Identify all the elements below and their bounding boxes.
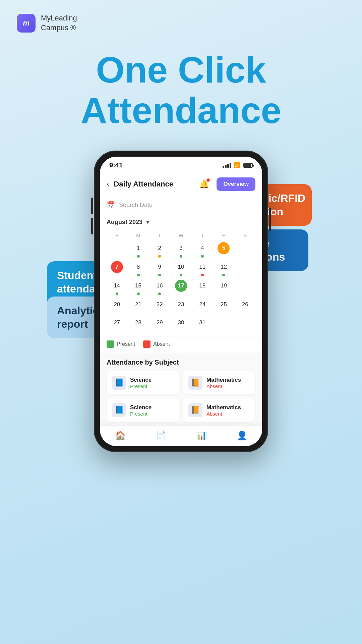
by-subject-title: Attendance by Subject (107, 359, 255, 366)
subject-name: Mathematics (206, 404, 241, 411)
month-row: August 2023 ▼ (107, 219, 255, 226)
cal-cell-14[interactable]: 14 (107, 278, 127, 297)
status-icons: 📶 (223, 162, 253, 168)
cal-cell-23[interactable]: 23 (171, 297, 191, 315)
nav-analytics[interactable]: 📊 (196, 430, 207, 441)
subject-book-icon: 📙 (188, 376, 202, 390)
cal-cell-17[interactable]: 17 (171, 278, 191, 297)
subject-book-icon: 📙 (188, 403, 202, 417)
cal-cell-30[interactable]: 30 (171, 315, 191, 333)
subject-card-science-2[interactable]: 📘 Science Present (107, 398, 179, 422)
cal-cell-25[interactable]: 25 (214, 297, 234, 315)
legend-absent: Absent (143, 340, 170, 348)
cal-cell-1[interactable]: 1 (128, 241, 149, 259)
cal-cell-10[interactable]: 10 (171, 260, 191, 278)
calendar-grid: S M T W T F S 1 2 (107, 230, 255, 333)
subject-status: Absent (206, 383, 241, 389)
subject-card-science-1[interactable]: 📘 Science Present (107, 371, 179, 394)
cal-cell-7[interactable]: 7 (107, 260, 127, 278)
cal-cell-27[interactable]: 27 (107, 315, 127, 333)
subject-book-icon: 📘 (112, 403, 126, 417)
cal-cell (235, 241, 255, 259)
by-subject-section: Attendance by Subject 📘 Science Present … (100, 353, 262, 422)
cal-cell-11[interactable]: 11 (192, 260, 213, 278)
cal-cell (235, 315, 255, 333)
subject-card-math-1[interactable]: 📙 Mathematics Absent (183, 371, 255, 394)
phone-screen: 9:41 📶 ‹ Daily Attendanc (100, 157, 262, 446)
app-topbar: ‹ Daily Attendance 🔔 Overview (100, 171, 262, 196)
subject-info: Mathematics Absent (206, 377, 241, 389)
cal-cell-5[interactable]: 5 (214, 241, 234, 259)
cal-cell-31[interactable]: 31 (192, 315, 213, 333)
cal-cell-15[interactable]: 15 (128, 278, 149, 297)
logo-icon: m (17, 14, 36, 33)
legend-row: Present Absent (100, 336, 262, 353)
day-header-mon: M (128, 230, 149, 240)
subject-status: Present (130, 383, 152, 389)
day-header-tue: T (149, 230, 170, 240)
subject-card-math-2[interactable]: 📙 Mathematics Absent (183, 398, 255, 422)
subject-grid: 📘 Science Present 📙 Mathematics Absent (107, 371, 255, 422)
day-header-thu: T (192, 230, 213, 240)
legend-present: Present (107, 340, 135, 348)
day-header-sun: S (107, 230, 127, 240)
bell-badge (206, 178, 210, 182)
profile-icon: 👤 (237, 430, 247, 441)
home-icon: 🏠 (115, 430, 126, 441)
cal-cell-29[interactable]: 29 (149, 315, 170, 333)
subject-name: Mathematics (206, 377, 241, 383)
search-date-row[interactable]: 📅 Search Date (100, 196, 262, 214)
back-button[interactable]: ‹ (107, 180, 109, 189)
search-date-input[interactable]: Search Date (119, 202, 153, 209)
status-time: 9:41 (109, 161, 123, 169)
logo-text: MyLeading Campus ® (41, 13, 77, 33)
present-label: Present (117, 341, 135, 347)
notification-bell[interactable]: 🔔 (196, 176, 212, 192)
cal-cell (235, 260, 255, 278)
present-color-box (107, 340, 114, 348)
app-title: Daily Attendance (114, 180, 196, 189)
cal-cell-19[interactable]: 19 (214, 278, 234, 297)
cal-cell-20[interactable]: 20 (107, 297, 127, 315)
overview-button[interactable]: Overview (217, 177, 255, 191)
subject-book-icon: 📘 (112, 376, 126, 390)
vol-up-btn (91, 198, 93, 214)
nav-profile[interactable]: 👤 (237, 430, 247, 441)
battery-icon (243, 163, 253, 168)
status-bar: 9:41 📶 (100, 157, 262, 171)
cal-cell-12[interactable]: 12 (214, 260, 234, 278)
power-btn (269, 208, 271, 231)
chart-icon: 📊 (196, 430, 207, 441)
cal-cell-8[interactable]: 8 (128, 260, 149, 278)
cal-cell-4[interactable]: 4 (192, 241, 213, 259)
document-icon: 📄 (156, 430, 166, 441)
hero-title: One Click Attendance (0, 39, 362, 151)
cal-cell-21[interactable]: 21 (128, 297, 149, 315)
subject-status: Present (130, 411, 152, 417)
vol-down-btn (91, 218, 93, 234)
cal-cell-22[interactable]: 22 (149, 297, 170, 315)
cal-cell-18[interactable]: 18 (192, 278, 213, 297)
logo-area: m MyLeading Campus ® (0, 0, 362, 39)
bottom-nav: 🏠 📄 📊 👤 (100, 425, 262, 446)
month-label: August 2023 (107, 219, 142, 226)
month-dropdown-arrow[interactable]: ▼ (145, 219, 150, 225)
cal-cell-9[interactable]: 9 (149, 260, 170, 278)
cal-cell (107, 241, 127, 259)
nav-home[interactable]: 🏠 (115, 430, 126, 441)
absent-label: Absent (153, 341, 170, 347)
subject-info: Science Present (130, 404, 152, 417)
subject-info: Science Present (130, 377, 152, 389)
subject-status: Absent (206, 411, 241, 417)
cal-cell-2[interactable]: 2 (149, 241, 170, 259)
calendar-icon: 📅 (107, 201, 115, 209)
phone-wrapper: Biometric/RFID integration Student atten… (64, 151, 298, 452)
cal-cell-24[interactable]: 24 (192, 297, 213, 315)
wifi-icon: 📶 (234, 162, 241, 168)
nav-documents[interactable]: 📄 (156, 430, 166, 441)
cal-cell-28[interactable]: 28 (128, 315, 149, 333)
cal-cell-16[interactable]: 16 (149, 278, 170, 297)
cal-cell-3[interactable]: 3 (171, 241, 191, 259)
subject-name: Science (130, 404, 152, 411)
cal-cell-26[interactable]: 26 (235, 297, 255, 315)
